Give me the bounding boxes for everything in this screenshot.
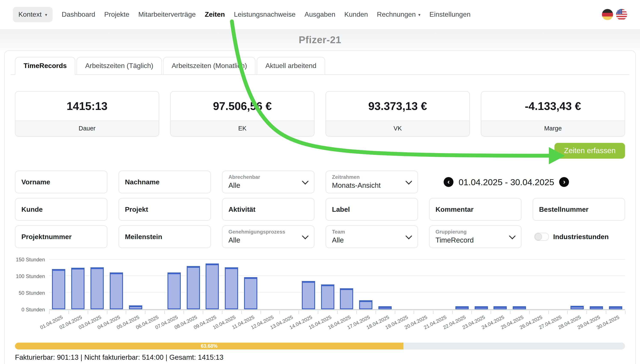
chart-bar xyxy=(72,268,85,309)
chevron-down-icon: ▾ xyxy=(45,12,47,17)
team-select[interactable]: Team Alle xyxy=(326,226,418,248)
hours-bar-chart: 0 Stunden50 Stunden100 Stunden150 Stunde… xyxy=(15,259,625,338)
nav-item-rechnungen[interactable]: Rechnungen ▾ xyxy=(377,11,420,18)
billable-progress-fill: 63.68% xyxy=(15,342,404,350)
language-switcher xyxy=(602,9,627,20)
totals-summary: Fakturierbar: 901:13 | Nicht fakturierba… xyxy=(15,353,625,362)
chart-bar xyxy=(167,272,180,309)
chart-bar xyxy=(378,306,392,309)
next-period-button[interactable]: › xyxy=(559,177,569,187)
industriestunden-label: Industriestunden xyxy=(553,233,609,240)
nachname-field[interactable]: Nachname xyxy=(118,171,211,193)
top-navbar: Kontext ▾ Dashboard Projekte Mitarbeiter… xyxy=(0,0,640,29)
prev-period-button[interactable]: ‹ xyxy=(444,177,454,187)
us-flag-icon[interactable] xyxy=(616,9,627,20)
chevron-down-icon: ▾ xyxy=(418,12,420,17)
chart-bar xyxy=(129,305,142,309)
stat-card-marge: -4.133,43 € Marge xyxy=(481,91,625,136)
billable-progressbar: 63.68% xyxy=(15,342,625,350)
page-title: Pfizer-21 xyxy=(299,34,342,46)
nav-item-projekte[interactable]: Projekte xyxy=(104,11,129,18)
stat-card-dauer: 1415:13 Dauer xyxy=(15,91,159,136)
stat-label: Dauer xyxy=(16,120,159,136)
meilenstein-field[interactable]: Meilenstein xyxy=(118,226,211,248)
chart-bar xyxy=(186,266,200,309)
chart-bar xyxy=(225,267,238,309)
tab-arbeitszeiten-monatlich[interactable]: Arbeitszeiten (Monatlich) xyxy=(163,57,256,75)
nav-item-dashboard[interactable]: Dashboard xyxy=(62,11,96,18)
date-range-picker: ‹ 01.04.2025 - 30.04.2025 › xyxy=(429,171,625,193)
vorname-field[interactable]: Vorname xyxy=(15,171,108,193)
industriestunden-toggle[interactable] xyxy=(534,233,549,241)
context-dropdown-button[interactable]: Kontext ▾ xyxy=(13,7,53,22)
chart-bar xyxy=(494,306,507,309)
projekt-field[interactable]: Projekt xyxy=(118,198,211,221)
chart-bar xyxy=(90,267,104,309)
nav-item-kunden[interactable]: Kunden xyxy=(344,11,368,18)
stat-value: 1415:13 xyxy=(16,92,159,120)
title-strip: Pfizer-21 xyxy=(0,29,640,50)
tab-aktuell-arbeitend[interactable]: Aktuell arbeitend xyxy=(257,57,325,75)
chart-bar xyxy=(590,306,603,309)
stat-card-vk: 93.373,13 € VK xyxy=(326,91,470,136)
nav-item-leistungsnachweise[interactable]: Leistungsnachweise xyxy=(234,11,296,18)
chart-bar xyxy=(340,288,353,309)
kommentar-field[interactable]: Kommentar xyxy=(429,198,522,221)
gruppierung-select[interactable]: Gruppierung TimeRecord xyxy=(429,226,522,248)
tab-timerecords[interactable]: TimeRecords xyxy=(15,57,75,75)
nav-item-ausgaben[interactable]: Ausgaben xyxy=(304,11,336,18)
chart-y-axis: 0 Stunden50 Stunden100 Stunden150 Stunde… xyxy=(15,259,45,310)
date-range-value: 01.04.2025 - 30.04.2025 xyxy=(458,177,554,187)
chart-bar xyxy=(609,306,622,309)
label-field[interactable]: Label xyxy=(326,198,418,221)
projektnummer-field[interactable]: Projektnummer xyxy=(15,226,108,248)
main-panel: TimeRecords Arbeitszeiten (Täglich) Arbe… xyxy=(4,50,636,364)
chart-bar xyxy=(244,277,257,309)
chart-bar xyxy=(513,306,526,309)
chart-plot xyxy=(49,259,625,310)
context-label: Kontext xyxy=(18,11,42,18)
bestellnummer-field[interactable]: Bestellnummer xyxy=(532,198,625,221)
stat-label: EK xyxy=(171,120,314,136)
stat-value: -4.133,43 € xyxy=(481,92,624,120)
tab-arbeitszeiten-taeglich[interactable]: Arbeitszeiten (Täglich) xyxy=(76,57,162,75)
abrechenbar-select[interactable]: Abrechenbar Alle xyxy=(222,171,314,193)
chart-bar xyxy=(455,306,468,309)
nav-item-mitarbeitervertraege[interactable]: Mitarbeiterverträge xyxy=(138,11,196,18)
chart-bar xyxy=(206,264,219,309)
chart-bar xyxy=(302,281,315,309)
chart-bar xyxy=(110,272,123,309)
kunde-field[interactable]: Kunde xyxy=(15,198,108,221)
german-flag-icon[interactable] xyxy=(602,9,613,20)
progress-percent-label: 63.68% xyxy=(201,344,218,348)
zeiten-erfassen-button[interactable]: Zeiten erfassen xyxy=(555,143,625,159)
nav-item-zeiten[interactable]: Zeiten xyxy=(205,11,225,18)
stat-card-ek: 97.506,56 € EK xyxy=(170,91,314,136)
genehmigungsprozess-select[interactable]: Genehmigungsprozess Alle xyxy=(222,226,314,248)
chart-bar xyxy=(474,306,488,309)
chart-bar xyxy=(52,269,66,309)
action-row: Zeiten erfassen xyxy=(15,143,625,159)
stat-value: 97.506,56 € xyxy=(171,92,314,120)
industriestunden-toggle-cell: Industriestunden xyxy=(532,226,625,248)
chart-bar xyxy=(359,300,372,309)
chart-bar xyxy=(570,306,584,309)
filter-grid: Vorname Nachname Abrechenbar Alle Zeitra… xyxy=(15,171,625,248)
stat-label: Marge xyxy=(481,120,624,136)
stat-label: VK xyxy=(326,120,469,136)
toggle-knob xyxy=(535,233,542,240)
chart-x-axis: 01.04.202502.04.202503.04.202504.04.2025… xyxy=(49,310,625,338)
aktivitaet-field[interactable]: Aktivität xyxy=(222,198,314,221)
nav-item-einstellungen[interactable]: Einstellungen xyxy=(430,11,470,18)
chart-bar xyxy=(321,284,334,309)
zeitrahmen-select[interactable]: Zeitrahmen Monats-Ansicht xyxy=(326,171,418,193)
stat-value: 93.373,13 € xyxy=(326,92,469,120)
tab-bar: TimeRecords Arbeitszeiten (Täglich) Arbe… xyxy=(11,57,629,75)
stat-cards: 1415:13 Dauer 97.506,56 € EK 93.373,13 €… xyxy=(15,91,625,136)
